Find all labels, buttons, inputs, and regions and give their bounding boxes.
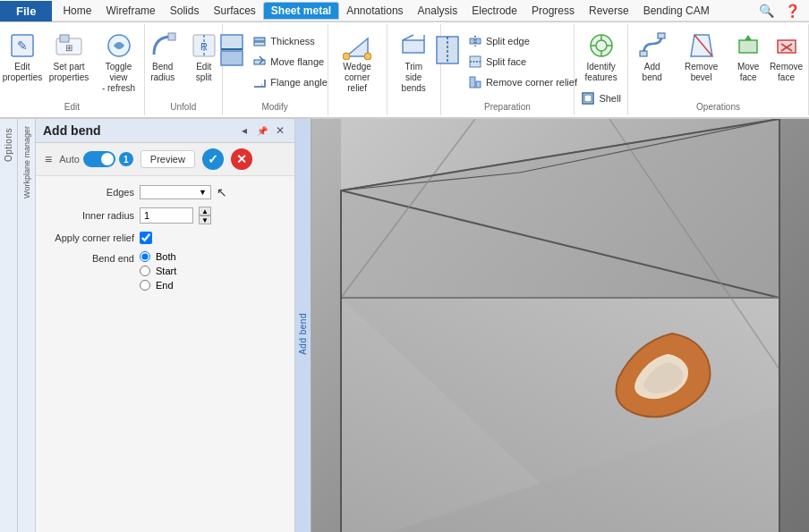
move-face-icon — [734, 31, 762, 60]
edges-dropdown[interactable]: ▼ — [140, 185, 211, 199]
workplane-tab[interactable]: Workplane manager — [18, 119, 36, 532]
set-part-properties-btn[interactable]: ⊞ Set partproperties — [47, 28, 91, 87]
svg-marker-53 — [341, 298, 779, 532]
remove-face-btn[interactable]: Removeface — [768, 28, 805, 87]
remove-face-label: Removeface — [770, 62, 803, 83]
menu-surfaces[interactable]: Surfaces — [206, 3, 262, 19]
menu-analysis[interactable]: Analysis — [411, 3, 465, 19]
identify-group: Identifyfeatures Shell — [575, 24, 628, 115]
svg-rect-6 — [168, 33, 175, 40]
svg-rect-38 — [584, 95, 592, 102]
menu-annotations[interactable]: Annotations — [339, 3, 410, 19]
menu-bending-cam[interactable]: Bending CAM — [636, 3, 717, 19]
move-flange-label: Move flange — [270, 56, 324, 67]
split-edge-btn[interactable]: Split edge — [464, 31, 582, 51]
edges-row: Edges ▼ ↖ — [45, 185, 285, 199]
unfold-group: Bendradius R Editsplit Unfold — [145, 24, 223, 115]
preview-btn[interactable]: Preview — [141, 150, 195, 168]
inner-radius-input[interactable] — [140, 207, 193, 224]
hamburger-menu[interactable]: ≡ — [45, 152, 52, 166]
trim-btn[interactable]: Trim sidebends — [393, 28, 435, 97]
add-bend-side-tab[interactable]: Add bend — [295, 119, 311, 532]
question-icon[interactable]: ❓ — [779, 2, 805, 20]
file-tab[interactable]: File — [0, 1, 52, 21]
wedge-btn[interactable]: Wedgecorner relief — [334, 28, 381, 97]
set-part-icon: ⊞ — [55, 31, 83, 60]
modify-group-label: Modify — [261, 98, 287, 112]
bend-end-end-label: End — [156, 280, 174, 291]
panel-pin-btn[interactable]: 📌 — [255, 123, 269, 138]
auto-label: Auto — [59, 154, 80, 165]
search-icon[interactable]: 🔍 — [754, 2, 779, 20]
spinner-up-btn[interactable]: ▲ — [199, 207, 211, 215]
flange-angle-icon — [252, 75, 267, 89]
svg-rect-11 — [221, 51, 243, 65]
svg-marker-16 — [346, 38, 368, 56]
trim-label: Trim sidebends — [398, 62, 430, 94]
move-face-btn[interactable]: Moveface — [730, 28, 766, 87]
bend-end-start-row: Start — [140, 266, 176, 276]
top-bar: File Home Wireframe Solids Surfaces Shee… — [0, 0, 809, 22]
move-flange-btn[interactable]: Move flange — [248, 52, 332, 72]
menu-progress[interactable]: Progress — [524, 3, 582, 19]
bend-end-start-radio[interactable] — [140, 266, 150, 276]
remove-bevel-icon — [687, 31, 716, 60]
thickness-label: Thickness — [270, 36, 315, 46]
thickness-icon — [252, 34, 267, 48]
menu-sheetmetal[interactable]: Sheet metal — [263, 2, 339, 20]
unfold-group-label: Unfold — [170, 98, 196, 112]
add-bend-ribbon-icon — [638, 31, 667, 60]
bend-end-radios: Both Start End — [140, 251, 176, 291]
toggle-switch[interactable] — [83, 151, 115, 167]
menu-electrode[interactable]: Electrode — [464, 3, 524, 19]
identify-icon — [587, 31, 616, 60]
corner-relief-checkbox[interactable] — [140, 232, 152, 244]
flange-angle-btn[interactable]: Flange angle — [248, 72, 332, 92]
bend-end-end-row: End — [140, 280, 176, 291]
options-label: Options — [2, 122, 15, 167]
add-bend-side-label: Add bend — [298, 313, 308, 355]
remove-corner-label: Remove corner relief — [486, 77, 577, 88]
cancel-btn[interactable]: ✕ — [231, 148, 252, 170]
edit-properties-btn[interactable]: ✎ Editproperties — [0, 28, 45, 87]
remove-corner-relief-btn[interactable]: Remove corner relief — [464, 72, 582, 92]
bend-radius-btn[interactable]: Bendradius — [143, 28, 183, 87]
svg-text:✎: ✎ — [17, 38, 28, 53]
panel-header: Add bend ◂ 📌 ✕ — [36, 119, 294, 143]
corner-relief-label: Apply corner relief — [45, 232, 134, 243]
modify-icon-area — [217, 28, 246, 72]
menu-home[interactable]: Home — [55, 3, 98, 19]
add-bend-ribbon-btn[interactable]: Add bend — [632, 28, 672, 87]
menu-reverse[interactable]: Reverse — [582, 3, 636, 19]
main-content: Options Workplane manager Add bend ◂ 📌 ✕… — [0, 119, 809, 532]
remove-bevel-btn[interactable]: Remove bevel — [674, 28, 728, 87]
svg-rect-43 — [739, 40, 757, 53]
svg-point-17 — [364, 53, 371, 60]
svg-rect-25 — [470, 38, 474, 44]
panel-close-btn[interactable]: ✕ — [273, 123, 287, 138]
panel-minimize-btn[interactable]: ◂ — [237, 123, 251, 138]
menu-wireframe[interactable]: Wireframe — [98, 3, 162, 19]
preparation-label: Preparation — [484, 98, 531, 112]
options-tab[interactable]: Options — [0, 119, 18, 532]
confirm-btn[interactable]: ✓ — [202, 148, 224, 170]
svg-rect-13 — [254, 38, 265, 41]
split-face-btn[interactable]: Split face — [464, 52, 582, 72]
edit-split-icon: R — [190, 31, 218, 60]
edit-properties-label: Editproperties — [3, 62, 42, 83]
identify-btn[interactable]: Identifyfeatures — [580, 28, 623, 87]
viewport — [311, 119, 809, 532]
thickness-btn[interactable]: Thickness — [248, 31, 332, 51]
toggle-track — [83, 151, 115, 167]
toggle-view-icon — [105, 31, 133, 60]
bend-end-both-radio[interactable] — [140, 251, 150, 262]
menu-solids[interactable]: Solids — [163, 3, 207, 19]
spinner-down-btn[interactable]: ▼ — [199, 215, 211, 224]
toggle-view-btn[interactable]: Toggle view- refresh — [93, 28, 144, 97]
bend-end-end-radio[interactable] — [140, 280, 150, 291]
shell-btn[interactable]: Shell — [576, 89, 625, 108]
modify-group-items: Thickness Move flange Flange angle — [217, 28, 332, 98]
panel-toolbar: ≡ Auto 1 Preview ✓ ✕ — [36, 143, 294, 176]
unfold-group-items: Bendradius R Editsplit — [143, 28, 224, 98]
set-part-label: Set partproperties — [49, 62, 89, 83]
